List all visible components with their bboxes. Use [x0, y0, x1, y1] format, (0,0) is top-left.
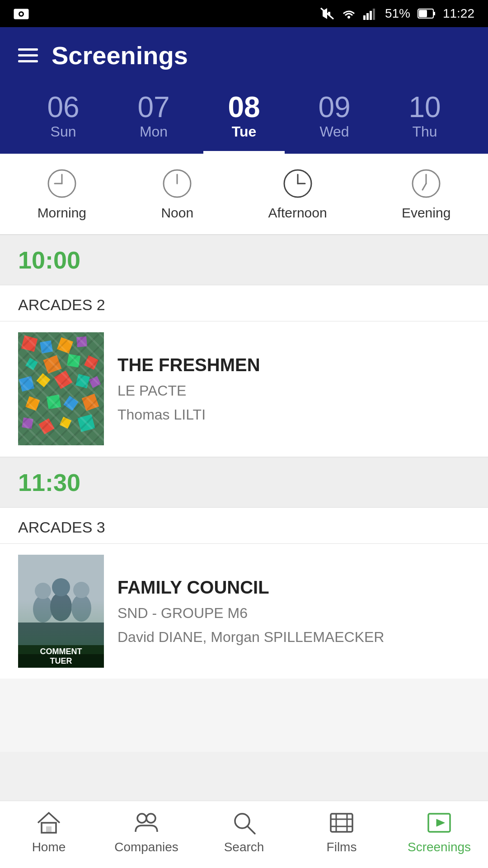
svg-point-50: [35, 583, 51, 599]
svg-rect-25: [18, 332, 104, 445]
films-icon: [329, 810, 354, 835]
search-nav-label: Search: [224, 840, 264, 854]
svg-rect-33: [84, 355, 99, 370]
svg-point-5: [347, 16, 350, 19]
svg-rect-45: [60, 417, 72, 429]
svg-rect-8: [370, 11, 372, 20]
nav-item-home[interactable]: Home: [13, 810, 85, 854]
venue-name-arcades3: ARCADES 3: [0, 508, 488, 544]
svg-rect-44: [38, 418, 55, 434]
svg-rect-42: [82, 394, 99, 411]
svg-rect-35: [37, 373, 51, 387]
evening-label: Evening: [402, 205, 450, 221]
movie-director-council: David DIANE, Morgan SPILLEMAECKER: [117, 629, 384, 646]
clock-morning-icon: [46, 167, 78, 200]
status-bar: 51% 11:22: [0, 0, 488, 27]
svg-rect-26: [21, 335, 38, 352]
companies-icon: [134, 810, 159, 835]
date-day-thu: Thu: [412, 123, 437, 140]
movie-item-council[interactable]: COMMENTTUER FAMILY COUNCIL SND - GROUPE …: [0, 544, 488, 679]
time-filter-morning[interactable]: Morning: [24, 163, 100, 225]
svg-rect-32: [67, 354, 80, 368]
nav-item-search[interactable]: Search: [208, 810, 280, 854]
morning-label: Morning: [38, 205, 86, 221]
date-item-thu[interactable]: 10 Thu: [384, 84, 465, 154]
svg-rect-39: [25, 396, 40, 411]
movie-distributor-freshmen: LE PACTE: [117, 382, 260, 399]
svg-point-2: [20, 13, 23, 15]
date-item-sun[interactable]: 06 Sun: [23, 84, 104, 154]
svg-line-62: [248, 826, 255, 834]
svg-point-51: [50, 592, 72, 621]
noon-label: Noon: [161, 205, 193, 221]
date-item-mon[interactable]: 07 Mon: [113, 84, 194, 154]
date-item-wed[interactable]: 09 Wed: [294, 84, 375, 154]
date-item-tue[interactable]: 08 Tue: [203, 84, 285, 154]
time-slot-1130: 11:30: [0, 457, 488, 508]
svg-rect-40: [47, 395, 61, 409]
svg-rect-38: [89, 376, 101, 388]
svg-line-24: [422, 184, 426, 190]
date-number-06: 06: [47, 93, 79, 122]
svg-rect-43: [22, 417, 33, 429]
movie-title-freshmen: THE FRESHMEN: [117, 355, 260, 375]
svg-point-49: [33, 595, 53, 623]
date-day-tue: Tue: [232, 123, 257, 140]
photo-icon: [14, 7, 29, 20]
date-number-10: 10: [408, 93, 441, 122]
page-title: Screenings: [52, 41, 188, 70]
svg-rect-4: [328, 12, 330, 15]
svg-rect-9: [373, 9, 375, 20]
svg-rect-58: [46, 826, 52, 833]
companies-nav-label: Companies: [114, 840, 178, 854]
svg-rect-30: [25, 358, 38, 370]
header: Screenings 06 Sun 07 Mon 08 Tue 09 Wed 1…: [0, 27, 488, 154]
clock-afternoon-icon: [282, 167, 314, 200]
time-filter-evening[interactable]: Evening: [388, 163, 464, 225]
movie-director-freshmen: Thomas LILTI: [117, 406, 260, 423]
svg-rect-6: [363, 15, 366, 20]
movie-poster-council: COMMENTTUER: [18, 555, 104, 668]
date-number-07: 07: [137, 93, 169, 122]
date-number-09: 09: [318, 93, 350, 122]
svg-rect-37: [75, 374, 90, 388]
time-filter-afternoon[interactable]: Afternoon: [255, 163, 341, 225]
movie-info-council: FAMILY COUNCIL SND - GROUPE M6 David DIA…: [117, 555, 384, 668]
date-day-wed: Wed: [319, 123, 349, 140]
time-filter: Morning Noon Afternoon Evening: [0, 154, 488, 235]
time-1130: 11:30: [18, 469, 80, 496]
nav-item-films[interactable]: Films: [305, 810, 378, 854]
svg-rect-36: [54, 371, 73, 389]
movie-info-freshmen: THE FRESHMEN LE PACTE Thomas LILTI: [117, 332, 260, 445]
bottom-navigation: Home Companies Search Films Screenin: [0, 801, 488, 868]
date-number-08: 08: [228, 93, 260, 122]
venue-arcades-2: ARCADES 2: [0, 285, 488, 456]
movie-poster-freshmen: [18, 332, 104, 445]
svg-point-52: [52, 578, 70, 596]
time-filter-noon[interactable]: Noon: [147, 163, 207, 225]
svg-rect-41: [63, 396, 78, 410]
date-day-mon: Mon: [140, 123, 168, 140]
hamburger-menu[interactable]: [18, 48, 38, 62]
home-icon: [36, 810, 61, 835]
movie-item-freshmen[interactable]: THE FRESHMEN LE PACTE Thomas LILTI: [0, 321, 488, 456]
search-icon: [231, 810, 257, 835]
battery-icon: [418, 7, 436, 20]
poster-freshmen-art: [18, 332, 104, 445]
status-right: 51% 11:22: [320, 6, 474, 21]
svg-marker-69: [436, 819, 445, 826]
svg-rect-29: [76, 336, 87, 347]
nav-item-companies[interactable]: Companies: [110, 810, 183, 854]
wifi-icon: [342, 7, 356, 20]
header-top: Screenings: [18, 41, 470, 84]
date-navigation: 06 Sun 07 Mon 08 Tue 09 Wed 10 Thu: [18, 84, 470, 154]
clock-noon-icon: [161, 167, 193, 200]
svg-point-53: [71, 594, 91, 622]
svg-rect-63: [331, 814, 352, 832]
nav-item-screenings[interactable]: Screenings: [403, 810, 475, 854]
afternoon-label: Afternoon: [268, 205, 327, 221]
time-1000: 10:00: [18, 246, 80, 274]
venue-arcades-3: ARCADES 3 COMMENTTU: [0, 508, 488, 679]
films-nav-label: Films: [327, 840, 357, 854]
mute-icon: [320, 7, 334, 20]
